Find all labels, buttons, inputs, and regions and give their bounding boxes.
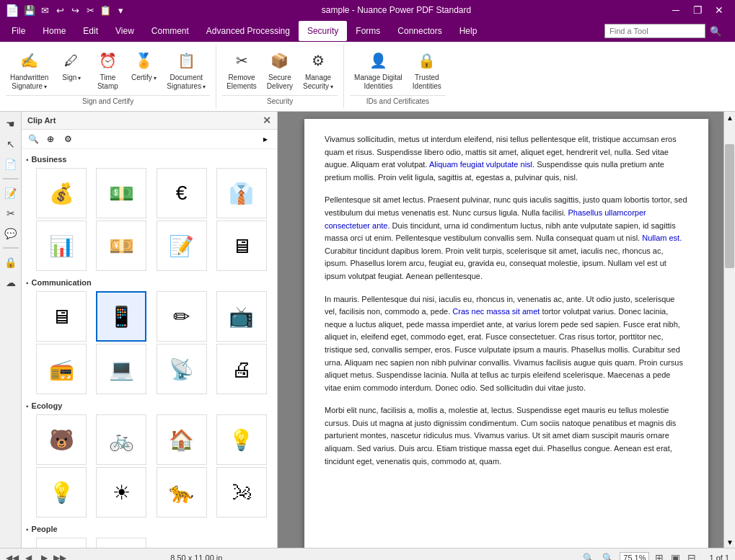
- close-button[interactable]: ✕: [709, 3, 729, 17]
- art-pencil[interactable]: ✏: [157, 291, 207, 342]
- art-bulb1[interactable]: 💡: [216, 414, 267, 465]
- art-monitor[interactable]: 📺: [216, 291, 267, 342]
- document-signatures-button[interactable]: 📋 DocumentSignatures▾: [162, 46, 210, 94]
- certify-icon: 🏅: [132, 49, 155, 72]
- expand-art-button[interactable]: ▸: [258, 132, 273, 146]
- zoom-in-button[interactable]: 🔍: [600, 553, 615, 561]
- menu-file[interactable]: File: [3, 21, 34, 41]
- annotation-tool-button[interactable]: 💬: [1, 224, 20, 243]
- qa-paste-icon[interactable]: 📋: [99, 4, 112, 17]
- time-stamp-button[interactable]: ⏰ TimeStamp: [90, 46, 125, 94]
- qa-email-icon[interactable]: ✉: [38, 4, 51, 17]
- menu-bar: File Home Edit View Comment Advanced Pro…: [0, 20, 735, 42]
- art-printer[interactable]: 🖨: [216, 344, 267, 394]
- menu-security[interactable]: Security: [299, 21, 347, 41]
- find-tool-button[interactable]: 🔍: [705, 23, 726, 40]
- restore-button[interactable]: ❐: [687, 3, 708, 17]
- page-tool-button[interactable]: 📄: [1, 155, 20, 174]
- page-layout-1-button[interactable]: ⊞: [653, 552, 665, 561]
- manage-digital-identities-button[interactable]: 👤 Manage DigitalIdentities: [350, 46, 407, 94]
- lock-tool-button[interactable]: 🔒: [1, 253, 20, 272]
- art-wind[interactable]: 🌬: [216, 467, 267, 517]
- art-person1[interactable]: 🧑: [36, 538, 87, 548]
- qa-cut-icon[interactable]: ✂: [84, 4, 97, 17]
- art-cat[interactable]: 🐆: [157, 467, 207, 517]
- menu-forms[interactable]: Forms: [347, 21, 389, 41]
- menu-home[interactable]: Home: [34, 21, 74, 41]
- art-server[interactable]: 🖥: [36, 291, 87, 342]
- ids-certs-buttons: 👤 Manage DigitalIdentities 🔒 TrustedIden…: [350, 46, 446, 94]
- handwritten-sig-icon: ✍: [18, 49, 41, 72]
- art-phone[interactable]: 📱: [96, 291, 146, 342]
- document-area[interactable]: Vivamus sollicitudin, metus ut interdum …: [278, 112, 735, 548]
- qa-dropdown-icon[interactable]: ▾: [114, 4, 127, 17]
- page-layout-2-button[interactable]: ▣: [669, 552, 682, 561]
- page-layout-3-button[interactable]: ⊟: [686, 552, 697, 561]
- sign-button[interactable]: 🖊 Sign▾: [54, 46, 89, 85]
- text-tool-button[interactable]: [3, 178, 19, 179]
- menu-connectors[interactable]: Connectors: [389, 21, 450, 41]
- art-coins[interactable]: 💰: [36, 168, 87, 218]
- certify-button[interactable]: 🏅 Certify▾: [126, 46, 161, 85]
- category-ecology[interactable]: ▪ Ecology: [25, 399, 274, 413]
- trusted-identities-button[interactable]: 🔒 TrustedIdentities: [408, 46, 446, 94]
- category-people[interactable]: ▪ People: [25, 522, 274, 536]
- pointer-tool-button[interactable]: ↖: [1, 135, 20, 154]
- art-businessman[interactable]: 👔: [216, 168, 267, 218]
- menu-advanced-processing[interactable]: Advanced Processing: [198, 21, 299, 41]
- first-page-button[interactable]: ◀◀: [6, 551, 19, 561]
- menu-edit[interactable]: Edit: [74, 21, 107, 41]
- art-satellite[interactable]: 📡: [157, 344, 207, 394]
- art-bulb2[interactable]: 💡: [36, 467, 87, 517]
- menu-view[interactable]: View: [107, 21, 143, 41]
- panel-close-button[interactable]: ✕: [263, 115, 271, 126]
- clip-art-list: ▪ Business 💰 💵 € 👔 📊 💴 📝 🖥 ▪ Communicati…: [22, 149, 277, 548]
- scroll-down-button[interactable]: ▼: [724, 536, 735, 548]
- status-bar: ◀◀ ◀ ▶ ▶▶ 8.50 x 11.00 in 🔍 🔍 75.1% ⊞ ▣ …: [0, 548, 735, 560]
- communication-grid: 🖥 📱 ✏ 📺 📻 💻 📡 🖨: [25, 290, 274, 399]
- search-art-button[interactable]: 🔍: [26, 132, 40, 146]
- category-business[interactable]: ▪ Business: [25, 152, 274, 166]
- add-art-button[interactable]: ⊕: [43, 132, 58, 146]
- art-bike[interactable]: 🚲: [96, 414, 146, 465]
- menu-comment[interactable]: Comment: [143, 21, 198, 41]
- zoom-out-button[interactable]: 🔍: [581, 553, 596, 561]
- scroll-thumb[interactable]: [725, 144, 734, 268]
- art-bear[interactable]: 🐻: [36, 414, 87, 465]
- art-house[interactable]: 🏠: [157, 414, 207, 465]
- prev-page-button[interactable]: ◀: [22, 551, 35, 561]
- manage-security-button[interactable]: ⚙ ManageSecurity▾: [299, 46, 338, 94]
- secure-delivery-button[interactable]: 📦 SecureDelivery: [263, 46, 297, 94]
- art-chart[interactable]: 📊: [36, 221, 87, 271]
- hand-tool-button[interactable]: ☚: [1, 115, 20, 133]
- clip-tool-button[interactable]: ✂: [1, 204, 20, 223]
- art-euro[interactable]: €: [157, 168, 207, 218]
- vertical-scrollbar[interactable]: ▲ ▼: [723, 112, 735, 548]
- remove-elements-button[interactable]: ✂ RemoveElements: [222, 46, 261, 94]
- scroll-up-button[interactable]: ▲: [724, 112, 735, 123]
- qa-redo-icon[interactable]: ↪: [69, 4, 82, 17]
- last-page-button[interactable]: ▶▶: [53, 551, 66, 561]
- menu-help[interactable]: Help: [451, 21, 486, 41]
- art-yen[interactable]: 💴: [96, 221, 146, 271]
- art-person2[interactable]: 👤: [96, 538, 146, 548]
- left-tools: ☚ ↖ 📄 📝 ✂ 💬 🔒 ☁: [0, 112, 22, 548]
- minimize-button[interactable]: ─: [666, 3, 686, 17]
- qa-save-icon[interactable]: 💾: [23, 4, 36, 17]
- highlight-tool-button[interactable]: 📝: [1, 184, 20, 203]
- art-computer[interactable]: 🖥: [216, 221, 267, 271]
- find-tool-input[interactable]: [604, 24, 705, 38]
- category-communication[interactable]: ▪ Communication: [25, 275, 274, 290]
- handwritten-signature-button[interactable]: ✍ HandwrittenSignature▾: [6, 46, 53, 94]
- art-radio[interactable]: 📻: [36, 344, 87, 394]
- qa-undo-icon[interactable]: ↩: [53, 4, 66, 17]
- next-page-button[interactable]: ▶: [38, 551, 50, 561]
- cloud-tool-button[interactable]: ☁: [1, 273, 20, 292]
- art-laptop[interactable]: 💻: [96, 344, 146, 394]
- art-dollar[interactable]: 💵: [96, 168, 146, 218]
- secure-delivery-icon: 📦: [268, 49, 291, 72]
- zoom-value[interactable]: 75.1%: [620, 552, 649, 561]
- art-document[interactable]: 📝: [157, 221, 207, 271]
- settings-art-button[interactable]: ⚙: [61, 132, 75, 146]
- art-solar[interactable]: ☀: [96, 467, 146, 517]
